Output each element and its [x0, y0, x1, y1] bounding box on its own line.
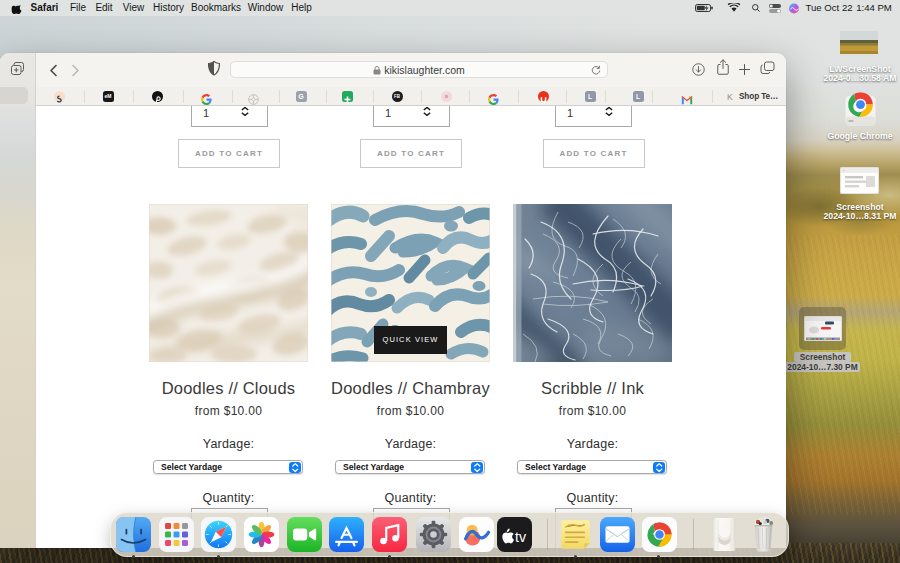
svg-text:tv: tv — [515, 529, 527, 545]
